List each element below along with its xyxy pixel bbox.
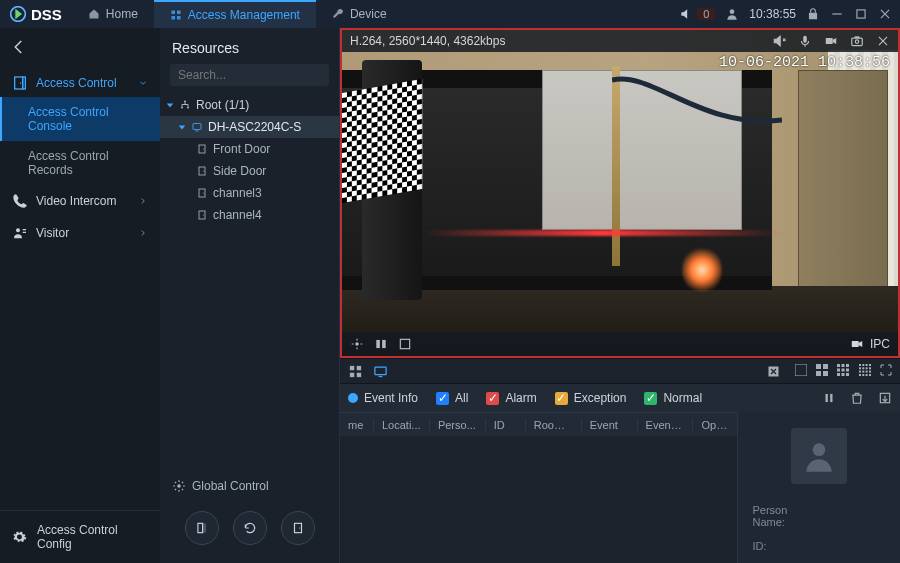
chevron-right-icon (138, 196, 148, 206)
grid-9-icon[interactable] (837, 364, 849, 376)
door-small-icon (196, 187, 208, 199)
close-all-icon[interactable] (766, 364, 781, 379)
tab-home[interactable]: Home (72, 0, 154, 28)
nav-config[interactable]: Access Control Config (0, 510, 160, 563)
nav-console[interactable]: Access Control Console (0, 97, 160, 141)
minimize-icon[interactable] (830, 7, 844, 21)
lock-icon[interactable] (806, 7, 820, 21)
grid-icon (170, 9, 182, 21)
filter-alarm[interactable]: ✓Alarm (486, 391, 536, 405)
svg-rect-39 (382, 340, 386, 348)
gear-icon (172, 479, 186, 493)
svg-point-20 (203, 149, 204, 150)
svg-rect-78 (869, 374, 871, 376)
back-icon[interactable] (10, 38, 28, 56)
svg-rect-57 (837, 368, 840, 371)
nav-visitor[interactable]: Visitor (0, 217, 160, 249)
resources-title: Resources (160, 28, 339, 64)
svg-rect-68 (862, 367, 864, 369)
main-tabs: Home Access Management Device (72, 0, 403, 28)
th[interactable]: Perso... (430, 419, 486, 431)
door-open-button[interactable] (185, 511, 219, 545)
grid-16-icon[interactable] (859, 364, 871, 376)
svg-rect-79 (826, 394, 828, 402)
filter-normal[interactable]: ✓Normal (644, 391, 702, 405)
svg-rect-47 (379, 375, 383, 376)
search-input[interactable] (178, 68, 328, 82)
svg-rect-46 (375, 367, 386, 375)
video-top-bar: H.264, 2560*1440, 4362kbps (342, 30, 898, 52)
tree-channel[interactable]: Front Door (160, 138, 339, 160)
tree-channel[interactable]: channel4 (160, 204, 339, 226)
export-icon[interactable] (878, 391, 892, 405)
filter-exception[interactable]: ✓Exception (555, 391, 627, 405)
fullscreen-icon[interactable] (398, 337, 412, 351)
ptz-icon[interactable] (350, 337, 364, 351)
close-video-icon[interactable] (876, 34, 890, 48)
th[interactable]: me (340, 419, 374, 431)
mic-icon[interactable] (798, 34, 812, 48)
th[interactable]: ID (486, 419, 526, 431)
svg-point-22 (203, 171, 204, 172)
svg-rect-65 (865, 364, 867, 366)
tree-channel[interactable]: Side Door (160, 160, 339, 182)
svg-rect-4 (177, 16, 181, 20)
resource-tree: Root (1/1) DH-ASC2204C-S Front Door Side… (160, 94, 339, 226)
person-icon (800, 437, 838, 475)
svg-rect-25 (199, 211, 205, 219)
trash-icon[interactable] (850, 391, 864, 405)
nav-video-intercom[interactable]: Video Intercom (0, 185, 160, 217)
svg-rect-50 (816, 364, 821, 369)
svg-rect-55 (842, 364, 845, 367)
nav-records[interactable]: Access Control Records (0, 141, 160, 185)
close-icon[interactable] (878, 7, 892, 21)
svg-rect-51 (823, 364, 828, 369)
filter-all[interactable]: ✓All (436, 391, 468, 405)
tree-channel[interactable]: channel3 (160, 182, 339, 204)
tab-device[interactable]: Device (316, 0, 403, 28)
tree-root[interactable]: Root (1/1) (160, 94, 339, 116)
titlebar: DSS Home Access Management Device 0 10:3… (0, 0, 900, 28)
svg-rect-38 (376, 340, 380, 348)
door-close-button[interactable] (281, 511, 315, 545)
th[interactable]: Locati... (374, 419, 430, 431)
pause-icon[interactable] (822, 391, 836, 405)
grid-4-icon[interactable] (816, 364, 828, 376)
th[interactable]: Event ... (638, 419, 694, 431)
th[interactable]: Event (582, 419, 638, 431)
tab-access-management[interactable]: Access Management (154, 0, 316, 28)
door-small-icon (196, 143, 208, 155)
th[interactable]: Room No. (526, 419, 582, 431)
record-icon[interactable] (824, 34, 838, 48)
tree-device[interactable]: DH-ASC2204C-S (160, 116, 339, 138)
fullscreen-toggle-icon[interactable] (880, 364, 892, 376)
search-input-wrap[interactable] (170, 64, 329, 86)
global-control[interactable]: Global Control (160, 471, 339, 501)
svg-point-14 (184, 101, 186, 103)
svg-rect-33 (826, 38, 833, 44)
video-player[interactable]: H.264, 2560*1440, 4362kbps 10-06-2021 10… (340, 28, 900, 358)
nav-access-control[interactable]: Access Control (0, 69, 160, 97)
door-control-buttons (160, 501, 339, 563)
svg-rect-45 (357, 372, 361, 376)
monitor-layout-icon[interactable] (373, 364, 388, 379)
door-refresh-button[interactable] (233, 511, 267, 545)
user-icon[interactable] (725, 7, 739, 21)
svg-point-35 (855, 40, 859, 44)
grid-layout-icon[interactable] (348, 364, 363, 379)
grid-1-icon[interactable] (795, 364, 807, 376)
video-timestamp: 10-06-2021 10:38:56 (719, 54, 890, 71)
th[interactable]: Ope... (693, 419, 737, 431)
table-header: me Locati... Perso... ID Room No. Event … (340, 412, 737, 436)
maximize-icon[interactable] (854, 7, 868, 21)
svg-rect-19 (199, 145, 205, 153)
svg-rect-75 (859, 374, 861, 376)
svg-rect-53 (823, 371, 828, 376)
mute-icon[interactable] (772, 34, 786, 48)
camera-small-icon (850, 337, 864, 351)
refresh-icon (243, 521, 257, 535)
svg-rect-58 (842, 368, 845, 371)
snapshot-icon[interactable] (850, 34, 864, 48)
split-icon[interactable] (374, 337, 388, 351)
alarm-indicator[interactable]: 0 (679, 7, 715, 21)
